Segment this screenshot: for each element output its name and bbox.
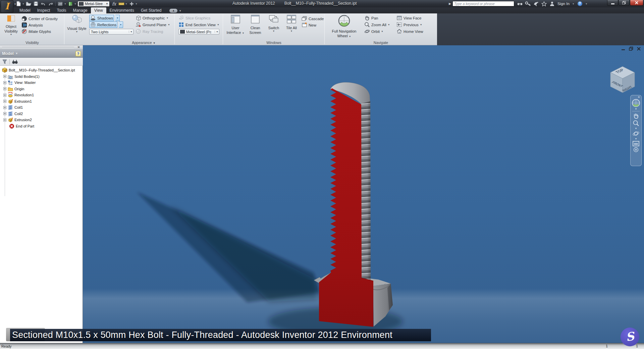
update-button[interactable]: [57, 1, 64, 7]
tree-node-coil1[interactable]: Coil1: [0, 104, 83, 111]
navbar-zoom-caret-icon[interactable]: ▼: [635, 127, 637, 130]
full-navigation-wheel-button[interactable]: Full Navigation Wheel ▼: [329, 14, 360, 39]
ground-plane-button[interactable]: Ground Plane ▼: [136, 21, 170, 28]
help-caret-icon[interactable]: ▼: [585, 3, 588, 5]
doc-close-icon[interactable]: [637, 47, 641, 51]
expand-icon[interactable]: [3, 112, 6, 115]
parameters-fx-button[interactable]: fx: [110, 1, 118, 7]
expand-icon[interactable]: [3, 87, 6, 90]
zoom-all-caret-icon[interactable]: ▼: [388, 23, 390, 26]
pan-button[interactable]: Pan: [364, 15, 378, 21]
reflections-toggle[interactable]: Reflections ▼: [89, 21, 123, 28]
tab-environments[interactable]: Environments: [106, 7, 138, 13]
new-window-button[interactable]: New: [302, 22, 316, 28]
lights-dropdown[interactable]: Two Lights ▼: [89, 29, 133, 35]
model-viewport[interactable]: TOP FRONT RIGHT ✕ ▼ ▼ ▼: [83, 45, 644, 343]
return-button[interactable]: [67, 1, 74, 7]
return-caret-icon[interactable]: ▼: [74, 3, 77, 5]
tab-inspect[interactable]: Inspect: [34, 7, 54, 13]
navbar-pan-icon[interactable]: [632, 112, 640, 119]
navbar-zoom-icon[interactable]: [632, 119, 640, 127]
tab-model[interactable]: Model: [16, 7, 34, 13]
navbar-close-icon[interactable]: ✕: [638, 96, 640, 99]
navbar-orbit-icon[interactable]: [632, 130, 640, 137]
orthographic-caret-icon[interactable]: ▼: [166, 17, 168, 19]
new-file-caret-icon[interactable]: ▼: [22, 3, 25, 5]
search-expand-icon[interactable]: ▶: [449, 2, 451, 5]
filter-icon[interactable]: [2, 59, 7, 64]
tree-node-revolution1[interactable]: Revolution1: [0, 92, 83, 98]
panel-label-windows[interactable]: Windows: [223, 41, 325, 45]
search-binoculars-icon[interactable]: [516, 1, 524, 7]
clean-screen-button[interactable]: Clean Screen: [247, 14, 264, 35]
browser-help-button[interactable]: ?: [75, 51, 81, 56]
expand-icon[interactable]: [3, 100, 6, 103]
end-section-view-button[interactable]: End Section View ▼: [178, 21, 219, 28]
reflections-caret-icon[interactable]: ▼: [119, 21, 123, 28]
help-button[interactable]: ?: [576, 1, 584, 7]
previous-view-button[interactable]: Previous ▼: [396, 21, 422, 28]
user-interface-button[interactable]: User Interface ▼: [226, 14, 245, 35]
ground-plane-caret-icon[interactable]: ▼: [168, 23, 170, 26]
tree-node-solid-bodies[interactable]: Solid Bodies(1): [0, 73, 83, 80]
find-binoculars-icon[interactable]: [12, 59, 18, 64]
open-button[interactable]: [25, 1, 32, 7]
tab-tools[interactable]: Tools: [53, 7, 69, 13]
panel-label-appearance[interactable]: Appearance ▼: [64, 41, 223, 45]
restore-button[interactable]: [619, 0, 630, 6]
favorites-star-icon[interactable]: [540, 1, 548, 7]
sign-in-caret-icon[interactable]: ▼: [572, 3, 575, 5]
communication-center-icon[interactable]: [532, 1, 540, 7]
cascade-button[interactable]: Cascade: [302, 15, 324, 22]
measure-button[interactable]: [118, 1, 125, 7]
object-visibility-button[interactable]: Object Visibility ▼: [2, 14, 20, 36]
tab-view[interactable]: View: [91, 7, 106, 13]
expand-icon[interactable]: [3, 94, 6, 97]
minimize-button[interactable]: [607, 0, 618, 6]
application-menu-button[interactable]: I: [1, 0, 13, 13]
slice-graphics-button[interactable]: Slice Graphics: [178, 15, 210, 21]
navbar-wheel-caret-icon[interactable]: ▼: [635, 108, 637, 110]
visual-style-button[interactable]: Visual Style ▼: [67, 14, 87, 33]
viewcube[interactable]: TOP FRONT RIGHT: [607, 62, 638, 94]
save-button[interactable]: [32, 1, 40, 7]
close-button[interactable]: [630, 0, 643, 6]
shadows-toggle[interactable]: Shadows ▼: [89, 15, 120, 21]
expand-icon[interactable]: [3, 106, 6, 109]
doc-minimize-icon[interactable]: [621, 47, 626, 51]
navbar-wheel-icon[interactable]: [632, 99, 640, 107]
subscription-key-icon[interactable]: [524, 1, 532, 7]
switch-button[interactable]: Switch ▼: [265, 14, 282, 32]
end-section-view-caret-icon[interactable]: ▼: [217, 23, 219, 26]
search-input[interactable]: [452, 1, 514, 6]
orbit-caret-icon[interactable]: ▼: [381, 30, 383, 33]
shadows-caret-icon[interactable]: ▼: [115, 15, 120, 21]
browser-close-icon[interactable]: ✕: [77, 45, 80, 49]
zoom-all-button[interactable]: Zoom All ▼: [364, 21, 390, 28]
tile-all-button[interactable]: Tile All ▼: [283, 14, 300, 32]
view-face-button[interactable]: View Face: [396, 15, 421, 21]
previous-view-caret-icon[interactable]: ▼: [420, 23, 422, 26]
update-caret-icon[interactable]: ▼: [64, 3, 67, 5]
panel-label-visibility[interactable]: Visibility: [0, 41, 64, 45]
sign-in-person-icon[interactable]: [548, 1, 556, 7]
orbit-button[interactable]: Orbit ▼: [364, 28, 383, 35]
navbar-view-face-icon[interactable]: [632, 140, 640, 147]
navbar-orbit-caret-icon[interactable]: ▼: [635, 138, 637, 140]
measure-caret-icon[interactable]: ▼: [125, 3, 128, 5]
navbar-customize-icon[interactable]: [633, 147, 639, 152]
tree-node-view-master[interactable]: View: Master: [0, 80, 83, 86]
tree-node-part-root[interactable]: Bolt__M10--Fully-Threaded__Section.ipt: [0, 67, 83, 73]
appearance-material-dropdown[interactable]: Metal-Steel (Pc ▼: [178, 29, 219, 35]
tree-node-coil2[interactable]: Coil2: [0, 111, 83, 117]
application-menu-caret-icon[interactable]: ▼: [14, 3, 16, 6]
tree-node-end-of-part[interactable]: End of Part: [0, 123, 83, 130]
tree-node-extrusion2[interactable]: Extrusion2: [0, 117, 83, 123]
orthographic-button[interactable]: Orthographic ▼: [136, 15, 168, 21]
center-of-gravity-button[interactable]: Center of Gravity: [21, 15, 58, 22]
sign-in-button[interactable]: Sign In: [557, 2, 570, 6]
doc-restore-icon[interactable]: [629, 47, 633, 51]
undo-button[interactable]: [40, 1, 47, 7]
expand-icon[interactable]: [3, 75, 6, 78]
tab-get-started[interactable]: Get Started: [138, 7, 165, 13]
